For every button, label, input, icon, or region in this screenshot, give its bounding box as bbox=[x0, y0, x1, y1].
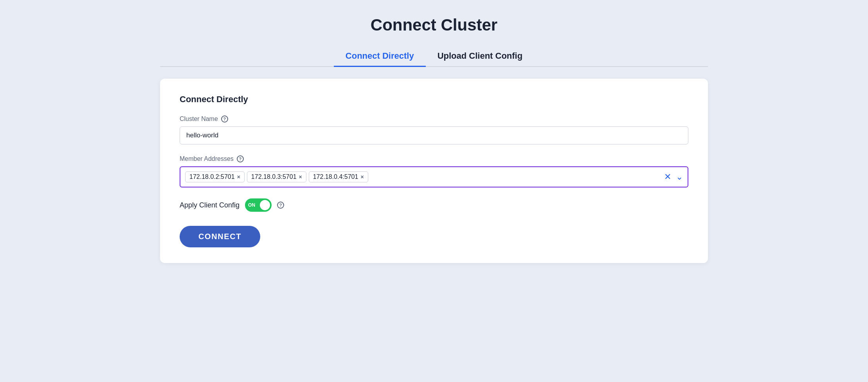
page-title: Connect Cluster bbox=[371, 16, 497, 34]
tab-connect-directly[interactable]: Connect Directly bbox=[334, 46, 426, 67]
cluster-name-help-icon[interactable]: ? bbox=[221, 115, 228, 123]
connect-directly-card: Connect Directly Cluster Name ? Member A… bbox=[160, 79, 708, 263]
tag-remove-0[interactable]: × bbox=[237, 174, 240, 180]
member-addresses-label-text: Member Addresses bbox=[180, 155, 234, 162]
member-addresses-text-input[interactable] bbox=[371, 172, 662, 182]
tags-actions: ✕ ⌄ bbox=[664, 173, 683, 181]
tab-upload-client-config[interactable]: Upload Client Config bbox=[426, 46, 535, 67]
apply-client-config-label: Apply Client Config bbox=[180, 201, 240, 209]
card-title: Connect Directly bbox=[180, 94, 688, 105]
member-addresses-input-container: 172.18.0.2:5701 × 172.18.0.3:5701 × 172.… bbox=[180, 166, 688, 187]
tag-2: 172.18.0.4:5701 × bbox=[309, 171, 368, 182]
cluster-name-input[interactable] bbox=[180, 126, 688, 144]
cluster-name-label: Cluster Name ? bbox=[180, 115, 688, 123]
tags-clear-icon[interactable]: ✕ bbox=[664, 173, 671, 181]
member-addresses-label: Member Addresses ? bbox=[180, 155, 688, 162]
connect-button[interactable]: CONNECT bbox=[180, 226, 260, 247]
tag-value-1: 172.18.0.3:5701 bbox=[251, 173, 297, 180]
tag-value-2: 172.18.0.4:5701 bbox=[313, 173, 358, 180]
tag-0: 172.18.0.2:5701 × bbox=[185, 171, 245, 182]
cluster-name-field-group: Cluster Name ? bbox=[180, 115, 688, 144]
tag-1: 172.18.0.3:5701 × bbox=[247, 171, 306, 182]
cluster-name-label-text: Cluster Name bbox=[180, 115, 218, 123]
toggle-slider: ON bbox=[245, 198, 272, 212]
tags-dropdown-icon[interactable]: ⌄ bbox=[676, 173, 683, 181]
tag-remove-1[interactable]: × bbox=[299, 174, 302, 180]
toggle-on-label: ON bbox=[248, 202, 255, 208]
tabs-container: Connect Directly Upload Client Config bbox=[160, 46, 708, 67]
member-addresses-field-group: Member Addresses ? 172.18.0.2:5701 × 172… bbox=[180, 155, 688, 187]
member-addresses-help-icon[interactable]: ? bbox=[237, 155, 244, 162]
apply-client-config-row: Apply Client Config ON ? bbox=[180, 198, 688, 212]
tag-value-0: 172.18.0.2:5701 bbox=[189, 173, 235, 180]
apply-client-config-toggle[interactable]: ON bbox=[245, 198, 272, 212]
tag-remove-2[interactable]: × bbox=[360, 174, 364, 180]
apply-client-config-help-icon[interactable]: ? bbox=[277, 202, 284, 209]
